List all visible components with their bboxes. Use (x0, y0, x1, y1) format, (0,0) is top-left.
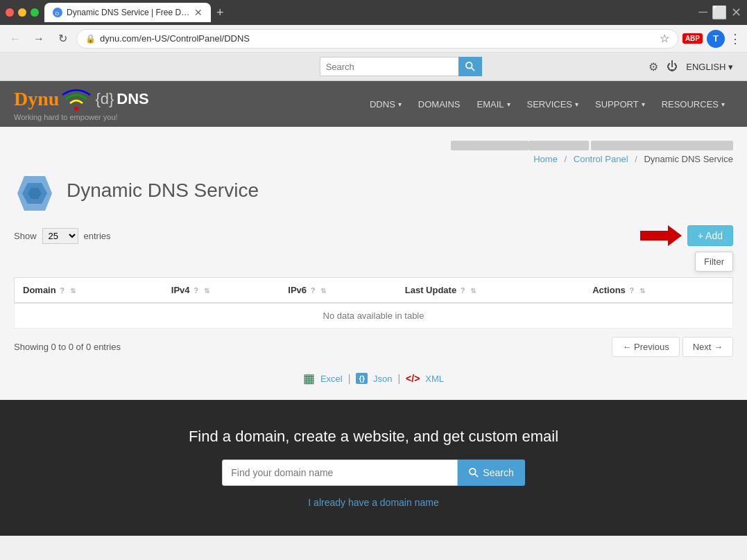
forward-btn[interactable]: → (29, 29, 49, 49)
browser-restore-icon[interactable]: ⬜ (712, 5, 727, 20)
footer-search-btn[interactable]: Search (458, 460, 524, 486)
entries-label: entries (84, 231, 111, 241)
logo-dns-text: DNS (117, 90, 148, 108)
bookmark-icon[interactable]: ☆ (660, 32, 669, 45)
footer-dark: Find a domain, create a website, and get… (0, 400, 747, 536)
actions-sort-icon[interactable]: ⇅ (639, 287, 645, 295)
ipv4-sort-icon[interactable]: ⇅ (204, 287, 209, 295)
top-search-btn[interactable] (458, 57, 482, 76)
browser-chrome: D Dynamic DNS Service | Free DDN ✕ + ─ ⬜… (0, 0, 747, 53)
nav-item-email[interactable]: EMAIL ▾ (469, 89, 519, 119)
previous-btn[interactable]: ← Previous (612, 337, 679, 357)
show-entries: Show 25 50 100 entries (14, 228, 111, 244)
new-tab-btn[interactable]: + (216, 6, 224, 20)
ipv4-help-icon[interactable]: ? (194, 286, 198, 295)
last-update-help-icon[interactable]: ? (461, 286, 465, 295)
data-table: Domain ? ⇅ IPv4 ? ⇅ IPv6 ? ⇅ (14, 277, 733, 329)
website: ⚙ ⏻ ENGLISH ▾ Dynu {d}DNS Working hard t… (0, 53, 747, 536)
footer-domain-link[interactable]: I already have a domain name (308, 497, 438, 508)
browser-menu-btn[interactable]: ⋮ (729, 31, 741, 46)
col-ipv6-label: IPv6 (288, 285, 307, 295)
browser-titlebar: D Dynamic DNS Service | Free DDN ✕ + ─ ⬜… (0, 0, 747, 25)
back-btn[interactable]: ← (6, 29, 25, 49)
ipv6-sort-icon[interactable]: ⇅ (320, 287, 326, 295)
last-update-sort-icon[interactable]: ⇅ (470, 287, 476, 295)
svg-marker-8 (640, 225, 682, 246)
tab-close-btn[interactable]: ✕ (194, 7, 203, 18)
excel-label: Excel (320, 374, 343, 384)
reload-btn[interactable]: ↻ (53, 29, 72, 49)
filter-label: Filter (704, 256, 724, 267)
nav-resources-arrow: ▾ (721, 100, 725, 108)
site-logo[interactable]: Dynu {d}DNS Working hard to empower you! (14, 81, 149, 127)
red-arrow-indicator (640, 225, 682, 246)
abp-icon[interactable]: ABP (682, 33, 703, 44)
top-search-bar (320, 57, 482, 76)
browser-close-icon[interactable]: ✕ (731, 5, 741, 20)
col-ipv4[interactable]: IPv4 ? ⇅ (163, 278, 280, 304)
breadcrumb-bar: Home / Control Panel / Dynamic DNS Servi… (14, 153, 733, 164)
page-icon (14, 173, 55, 214)
logged-in-bar: Logged in as from IP address 188.143.37.… (14, 141, 733, 150)
col-ipv4-label: IPv4 (171, 285, 190, 295)
nav-support-label: SUPPORT (595, 99, 639, 110)
top-bar: ⚙ ⏻ ENGLISH ▾ (0, 53, 747, 81)
svg-point-4 (74, 107, 78, 111)
entries-select[interactable]: 25 50 100 (42, 228, 78, 244)
settings-icon[interactable]: ⚙ (649, 60, 658, 73)
col-actions[interactable]: Actions ? ⇅ (584, 278, 732, 304)
nav-item-resources[interactable]: RESOURCES ▾ (653, 89, 733, 119)
power-icon[interactable]: ⏻ (667, 60, 678, 73)
footer-search: Search (14, 460, 733, 486)
domain-sort-icon[interactable]: ⇅ (70, 287, 76, 295)
col-domain-label: Domain (23, 285, 56, 295)
dns-service-icon (14, 173, 55, 214)
address-bar[interactable]: 🔒 dynu.com/en-US/ControlPanel/DDNS ☆ (76, 29, 678, 49)
window-minimize-btn[interactable] (18, 8, 26, 17)
nav-services-label: SERVICES (527, 99, 573, 110)
breadcrumb: Home / Control Panel / Dynamic DNS Servi… (533, 154, 733, 164)
nav-item-ddns[interactable]: DDNS ▾ (361, 89, 410, 119)
export-sep2: | (397, 373, 400, 384)
table-empty-row: No data available in table (15, 303, 733, 329)
nav-ddns-arrow: ▾ (398, 100, 402, 108)
profile-btn[interactable]: T (707, 30, 725, 48)
json-export-link[interactable]: Json (373, 374, 392, 384)
breadcrumb-control-panel[interactable]: Control Panel (574, 154, 628, 164)
add-area: + Add (640, 225, 733, 246)
col-domain[interactable]: Domain ? ⇅ (15, 278, 163, 304)
browser-tab[interactable]: D Dynamic DNS Service | Free DDN ✕ (44, 3, 211, 22)
nav-item-domains[interactable]: DOMAINS (410, 89, 469, 119)
footer-search-input[interactable] (222, 460, 458, 486)
username-masked (529, 141, 589, 150)
language-selector[interactable]: ENGLISH ▾ (686, 62, 733, 72)
nav-item-services[interactable]: SERVICES ▾ (519, 89, 587, 119)
col-last-update[interactable]: Last Update ? ⇅ (397, 278, 584, 304)
excel-export-link[interactable]: Excel (320, 374, 343, 384)
svg-point-2 (466, 62, 472, 69)
footer-search-label: Search (483, 467, 513, 478)
url-text: dynu.com/en-US/ControlPanel/DDNS (100, 33, 250, 44)
col-ipv6[interactable]: IPv6 ? ⇅ (280, 278, 396, 304)
domain-help-icon[interactable]: ? (60, 286, 65, 295)
actions-help-icon[interactable]: ? (629, 286, 634, 295)
breadcrumb-home[interactable]: Home (533, 154, 558, 164)
show-label: Show (14, 231, 37, 241)
col-actions-label: Actions (592, 285, 626, 295)
add-btn[interactable]: + Add (687, 225, 733, 246)
svg-line-3 (471, 68, 474, 71)
top-search-input[interactable] (320, 57, 458, 76)
window-maximize-btn[interactable] (31, 8, 39, 17)
browser-minimize-icon[interactable]: ─ (698, 5, 707, 20)
xml-export-link[interactable]: XML (425, 374, 444, 384)
breadcrumb-sep2: / (635, 154, 639, 164)
lock-icon: 🔒 (85, 34, 96, 44)
breadcrumb-sep1: / (565, 154, 569, 164)
logged-in-ip: from IP address 188.143.37.89 (591, 141, 733, 150)
ipv6-help-icon[interactable]: ? (311, 286, 316, 295)
nav-services-arrow: ▾ (575, 100, 578, 108)
next-btn[interactable]: Next → (682, 337, 733, 357)
tab-title: Dynamic DNS Service | Free DDN (67, 8, 190, 17)
window-close-btn[interactable] (6, 8, 14, 17)
nav-item-support[interactable]: SUPPORT ▾ (587, 89, 653, 119)
